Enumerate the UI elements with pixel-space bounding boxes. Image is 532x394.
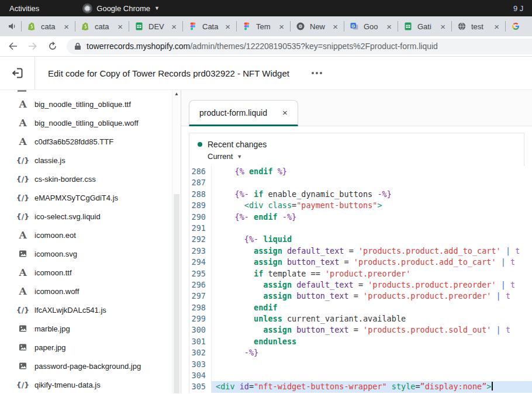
browser-tab[interactable] xyxy=(505,16,532,36)
recent-changes-panel: Recent changes Current ▼ xyxy=(189,133,524,166)
file-name: big_noodle_titling_oblique.ttf xyxy=(34,100,131,109)
code-text[interactable]: endif xyxy=(212,302,532,313)
code-line[interactable]: 290 {%- endif -%} xyxy=(189,212,532,223)
code-text[interactable]: assign default_text = 'products.product.… xyxy=(212,246,532,257)
tab-close-icon[interactable]: × xyxy=(278,22,285,31)
url-domain: towerrecords.myshopify.com xyxy=(87,42,190,51)
browser-tab[interactable]: GGoo× xyxy=(344,16,398,36)
code-line[interactable]: 292 {%- liquid xyxy=(189,234,532,245)
code-text[interactable]: <div class="payment-buttons"> xyxy=(212,200,532,211)
forward-button[interactable] xyxy=(25,38,41,54)
browser-tab[interactable]: New× xyxy=(290,16,344,36)
version-dropdown[interactable]: Current ▼ xyxy=(198,152,524,161)
code-area[interactable]: 286 {% endif %}287288 {%- if enable_dyna… xyxy=(189,166,532,393)
tab-close-icon[interactable]: × xyxy=(63,22,70,31)
browser-tab[interactable]: cata× xyxy=(21,16,75,36)
code-text[interactable]: {%- if enable_dynamic_buttons -%} xyxy=(212,189,532,200)
code-line[interactable]: 301 endunless xyxy=(189,336,532,347)
file-item[interactable]: {/}lfcAXLwjkDALc541.js xyxy=(0,300,181,319)
code-line[interactable]: 300 assign button_text = 'products.produ… xyxy=(189,324,532,336)
code-text[interactable]: {%- liquid xyxy=(212,234,532,245)
code-line[interactable]: 297 assign button_text = 'products.produ… xyxy=(189,291,532,302)
file-item[interactable]: Ac0df3a6b528fdd85.TTF xyxy=(0,132,181,151)
code-text[interactable] xyxy=(212,370,532,381)
line-number: 305 xyxy=(189,381,212,392)
file-item[interactable]: Aicomoon.ttf xyxy=(0,263,181,282)
tab-separator xyxy=(505,21,506,32)
system-clock[interactable]: 9 J xyxy=(513,4,532,13)
code-text[interactable] xyxy=(212,223,532,234)
code-text[interactable]: assign default_text = 'products.product.… xyxy=(212,279,532,291)
activities-button[interactable]: Activities xyxy=(9,4,39,13)
file-item[interactable]: Aicomoon.woff xyxy=(0,282,181,300)
tab-close-icon[interactable]: × xyxy=(439,22,447,31)
code-line[interactable]: 293 assign default_text = 'products.prod… xyxy=(189,246,532,257)
code-line[interactable]: 291 xyxy=(189,223,532,234)
file-item[interactable]: Abig_noodle_titling_oblique.woff xyxy=(0,113,181,132)
code-line[interactable]: 295 if template == 'product.preorder' xyxy=(189,268,532,279)
code-text[interactable]: assign button_text = 'products.product.p… xyxy=(212,291,532,302)
code-line[interactable]: 304 xyxy=(189,370,532,381)
file-item[interactable]: {/}eMAPMXSyTCgGdiT4.js xyxy=(0,188,181,207)
code-line[interactable]: 286 {% endif %} xyxy=(189,166,532,177)
file-item[interactable]: Aicomoon.eot xyxy=(0,226,181,244)
file-item[interactable]: password-page-background.jpg xyxy=(0,357,181,375)
tab-separator xyxy=(236,21,237,32)
code-text[interactable] xyxy=(212,177,532,188)
code-line[interactable]: 288 {%- if enable_dynamic_buttons -%} xyxy=(189,189,532,200)
address-bar[interactable]: towerrecords.myshopify.com/admin/themes/… xyxy=(67,39,532,54)
code-text[interactable]: unless current_variant.available xyxy=(212,313,532,324)
tab-close-icon[interactable]: × xyxy=(170,22,178,31)
code-line[interactable]: 299 unless current_variant.available xyxy=(189,313,532,324)
code-line[interactable]: 305<div id="nft-widget-buttons-wrapper" … xyxy=(189,381,532,392)
code-text[interactable]: endunless xyxy=(212,336,532,347)
app-menu[interactable]: Google Chrome ▼ xyxy=(82,4,160,13)
browser-tab[interactable]: Tem× xyxy=(236,16,290,36)
code-line[interactable]: 287 xyxy=(189,177,532,188)
browser-tab[interactable]: DEV× xyxy=(129,16,182,36)
code-text[interactable]: assign button_text = 'products.product.a… xyxy=(212,257,532,268)
tab-close-icon[interactable]: × xyxy=(224,22,232,31)
file-item[interactable]: {/}cs-skin-border.css xyxy=(0,170,181,188)
scroll-up-arrow-icon[interactable]: ▲ xyxy=(172,90,181,98)
file-item[interactable]: {/}qikify-tmenu-data.js xyxy=(0,375,181,393)
sidebar-scrollbar[interactable]: ▲ xyxy=(172,90,181,393)
tab-close-icon[interactable]: × xyxy=(282,108,288,117)
file-item[interactable]: {/}classie.js xyxy=(0,151,181,170)
file-item[interactable]: {/}ico-select.svg.liquid xyxy=(0,207,181,226)
code-text[interactable]: {% endif %} xyxy=(212,166,532,177)
code-text[interactable]: -%} xyxy=(212,347,532,358)
code-text[interactable]: {%- endif -%} xyxy=(212,212,532,223)
tab-close-icon[interactable]: × xyxy=(331,22,339,31)
exit-code-editor-button[interactable] xyxy=(0,57,35,89)
scrollbar-thumb[interactable] xyxy=(174,194,179,393)
more-options-icon[interactable] xyxy=(309,68,324,78)
browser-tab[interactable]: Cata× xyxy=(182,16,236,36)
code-line[interactable]: 296 assign default_text = 'products.prod… xyxy=(189,279,532,291)
browser-tab[interactable]: test× xyxy=(451,16,505,36)
speaker-icon[interactable] xyxy=(7,21,18,32)
file-item[interactable]: icomoon.svg xyxy=(0,244,181,263)
code-line[interactable]: 298 endif xyxy=(189,302,532,313)
code-line[interactable]: 303 xyxy=(189,359,532,370)
code-line[interactable]: 294 assign button_text = 'products.produ… xyxy=(189,257,532,268)
code-line[interactable]: 289 <div class="payment-buttons"> xyxy=(189,200,532,211)
lock-icon[interactable] xyxy=(74,42,81,50)
file-item[interactable]: marble.jpg xyxy=(0,319,181,338)
file-item[interactable]: Abig_noodle_titling_oblique.ttf xyxy=(0,95,181,113)
tab-close-icon[interactable]: × xyxy=(385,22,393,31)
editor-tab-product-form[interactable]: product-form.liquid × xyxy=(189,100,298,126)
tab-close-icon[interactable]: × xyxy=(493,22,500,31)
browser-tab[interactable]: Gati× xyxy=(398,16,451,36)
chevron-down-icon: ▼ xyxy=(154,5,160,11)
code-line[interactable]: 302 -%} xyxy=(189,347,532,358)
back-button[interactable] xyxy=(5,38,21,54)
code-text[interactable]: <div id="nft-widget-buttons-wrapper" sty… xyxy=(212,381,532,392)
browser-tab[interactable]: cata× xyxy=(75,16,129,36)
code-text[interactable]: assign button_text = 'products.product.s… xyxy=(212,324,532,336)
code-text[interactable]: if template == 'product.preorder' xyxy=(212,268,532,279)
code-text[interactable] xyxy=(212,359,532,370)
file-item[interactable]: paper.jpg xyxy=(0,338,181,357)
tab-close-icon[interactable]: × xyxy=(116,22,124,31)
reload-button[interactable] xyxy=(44,38,61,54)
